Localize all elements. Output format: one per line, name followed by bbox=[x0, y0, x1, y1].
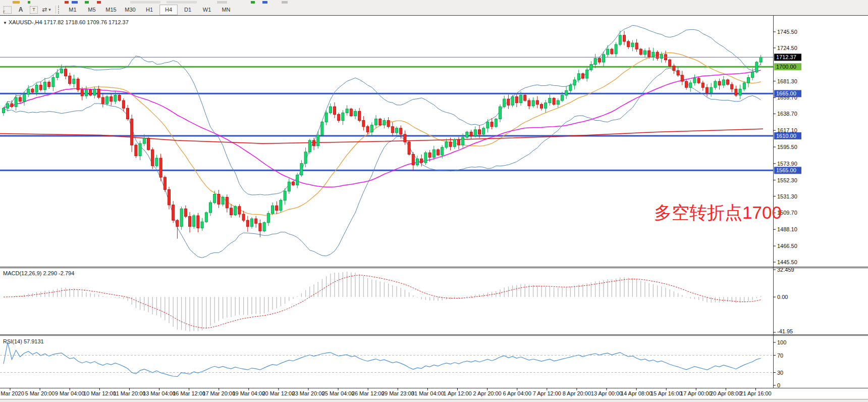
candle-body bbox=[139, 143, 141, 156]
timeframe-button-H1[interactable]: H1 bbox=[140, 5, 158, 15]
price-tick-label: 1595.50 bbox=[777, 144, 797, 150]
candle-body bbox=[598, 58, 601, 62]
price-badge-text: 1712.37 bbox=[776, 54, 796, 60]
candle-body bbox=[300, 164, 303, 175]
date-label[interactable]: 17 Apr 00:00 bbox=[680, 390, 712, 396]
date-label[interactable]: 15 Apr 16:00 bbox=[650, 390, 682, 396]
candle-body bbox=[474, 130, 476, 136]
candle-body bbox=[60, 69, 63, 73]
candle-body bbox=[582, 74, 584, 78]
date-label[interactable]: 5 Mar 20:00 bbox=[25, 390, 55, 396]
date-label[interactable]: 26 Mar 12:00 bbox=[352, 390, 385, 396]
date-label[interactable]: 11 Mar 20:00 bbox=[113, 390, 145, 396]
timeframe-button-M15[interactable]: M15 bbox=[102, 5, 120, 15]
date-label[interactable]: 8 Apr 20:00 bbox=[563, 390, 591, 396]
date-label[interactable]: 14 Apr 08:00 bbox=[621, 390, 652, 396]
candle-body bbox=[35, 85, 38, 92]
arrows-tool-button[interactable]: ⇄ ▼ bbox=[41, 5, 52, 14]
date-label[interactable]: 21 Apr 16:00 bbox=[740, 390, 771, 396]
candle-body bbox=[611, 49, 613, 54]
candle-body bbox=[106, 96, 108, 104]
toolbar-top-row[interactable] bbox=[0, 0, 868, 4]
timeframe-button-M1[interactable]: M1 bbox=[64, 5, 82, 15]
candle-body bbox=[93, 89, 96, 95]
date-label[interactable]: 7 Apr 12:00 bbox=[533, 390, 561, 396]
text-label-tool-button[interactable]: A bbox=[15, 5, 26, 14]
fibonacci-icon: F bbox=[4, 6, 12, 14]
date-label[interactable]: 4 Mar 2020 bbox=[0, 390, 24, 396]
toolbar-top-icon-fragment bbox=[97, 1, 101, 4]
text-box-tool-button[interactable]: T bbox=[28, 5, 39, 14]
symbol-title-text: XAUUSD-,H4 1717.82 1718.60 1709.76 1712.… bbox=[9, 19, 129, 25]
timeframe-button-M30[interactable]: M30 bbox=[121, 5, 139, 15]
candle-body bbox=[358, 111, 361, 120]
candle-body bbox=[201, 222, 203, 228]
candle-body bbox=[209, 203, 212, 213]
fibonacci-tool-button[interactable]: F bbox=[2, 5, 13, 14]
date-label[interactable]: 17 Mar 20:00 bbox=[202, 390, 235, 396]
toolbar-top-icon-fragment bbox=[130, 1, 160, 4]
candle-body bbox=[280, 200, 282, 211]
toolbar-top-icon-fragment bbox=[262, 1, 267, 4]
candle-body bbox=[226, 197, 228, 208]
candle-body bbox=[706, 87, 709, 93]
toolbar-top-icon-fragment bbox=[167, 1, 197, 4]
candle-body bbox=[478, 130, 481, 134]
candle-body bbox=[470, 132, 472, 136]
timeframe-button-W1[interactable]: W1 bbox=[198, 5, 216, 15]
price-badge-text: 1610.00 bbox=[776, 133, 796, 139]
date-label[interactable]: 29 Mar 23:00 bbox=[382, 390, 414, 396]
date-label[interactable]: 25 Mar 04:00 bbox=[322, 390, 355, 396]
candle-body bbox=[639, 49, 642, 55]
symbol-dropdown-icon[interactable]: ▼ bbox=[3, 21, 7, 25]
candle-body bbox=[218, 194, 220, 204]
date-label[interactable]: 16 Mar 12:00 bbox=[173, 390, 205, 396]
candle-body bbox=[545, 103, 547, 109]
toolbar-top-icon-fragment bbox=[282, 1, 288, 4]
date-label[interactable]: 20 Apr 08:00 bbox=[710, 390, 741, 396]
candle-body bbox=[420, 159, 423, 163]
timeframe-button-M5[interactable]: M5 bbox=[83, 5, 101, 15]
candle-body bbox=[491, 122, 493, 127]
price-tick-label: 1638.70 bbox=[777, 111, 797, 117]
toolbar-top-icon-fragment bbox=[85, 1, 89, 4]
candle-body bbox=[520, 95, 522, 103]
date-label[interactable]: 2 Apr 20:00 bbox=[473, 390, 501, 396]
macd-indicator-label: MACD(12,26,9) 2.290 -2.794 bbox=[3, 270, 74, 276]
date-label[interactable]: 1 Apr 12:00 bbox=[443, 390, 471, 396]
candle-body bbox=[565, 90, 568, 95]
candle-body bbox=[458, 140, 460, 145]
candle-body bbox=[15, 97, 17, 107]
toolbar-drag-handle[interactable] bbox=[58, 6, 61, 14]
date-label[interactable]: 10 Mar 12:00 bbox=[83, 390, 116, 396]
date-label[interactable]: 23 Mar 20:00 bbox=[292, 390, 325, 396]
candle-body bbox=[449, 142, 452, 146]
candle-body bbox=[486, 122, 489, 128]
rsi-panel[interactable] bbox=[0, 342, 773, 377]
date-label[interactable]: 13 Apr 00:00 bbox=[591, 390, 622, 396]
candle-body bbox=[718, 81, 721, 85]
candle-body bbox=[400, 128, 402, 134]
candle-body bbox=[507, 99, 510, 105]
candle-body bbox=[189, 217, 191, 227]
candle-body bbox=[329, 107, 332, 113]
macd-panel[interactable] bbox=[4, 272, 761, 331]
date-label[interactable]: 13 Mar 04:00 bbox=[143, 390, 176, 396]
date-label[interactable]: 20 Mar 12:00 bbox=[262, 390, 295, 396]
bollinger-middle-band bbox=[4, 53, 761, 215]
date-label[interactable]: 9 Mar 04:00 bbox=[55, 390, 85, 396]
timeframe-button-MN[interactable]: MN bbox=[217, 5, 235, 15]
date-label[interactable]: 31 Mar 04:00 bbox=[411, 390, 444, 396]
candle-body bbox=[735, 89, 737, 95]
timeframe-button-D1[interactable]: D1 bbox=[179, 5, 197, 15]
candle-body bbox=[697, 78, 700, 83]
date-label[interactable]: 6 Apr 04:00 bbox=[503, 390, 531, 396]
candle-body bbox=[441, 147, 444, 155]
text-label-icon: A bbox=[19, 6, 23, 13]
timeframe-button-H4[interactable]: H4 bbox=[159, 5, 178, 15]
candle-body bbox=[350, 109, 352, 116]
date-label[interactable]: 19 Mar 04:00 bbox=[232, 390, 265, 396]
candle-body bbox=[321, 122, 323, 135]
candle-body bbox=[677, 71, 679, 75]
candle-body bbox=[366, 127, 369, 132]
